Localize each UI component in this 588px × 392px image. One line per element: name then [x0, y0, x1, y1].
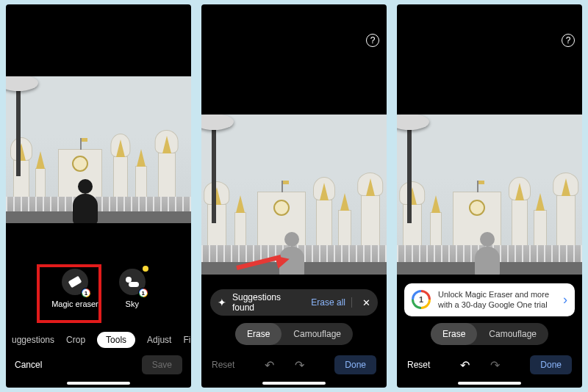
- screen-magic-eraser: ? ✦ Suggestions found Erase all ✕: [201, 4, 387, 388]
- help-icon[interactable]: ?: [366, 34, 379, 47]
- undo-button[interactable]: ↶: [460, 358, 470, 372]
- photo-preview: [6, 76, 191, 223]
- bottom-bar: Reset ↶ ↷ Done: [201, 352, 387, 377]
- tab-adjust[interactable]: Adjust: [147, 335, 171, 345]
- save-button: Save: [142, 355, 182, 374]
- tab-tools[interactable]: Tools: [97, 332, 135, 348]
- home-indicator: [458, 382, 521, 385]
- help-icon[interactable]: ?: [562, 34, 575, 47]
- google-one-icon: 1: [412, 290, 431, 309]
- suggestions-bar: ✦ Suggestions found Erase all ✕: [210, 289, 378, 316]
- unlock-message: Unlock Magic Eraser and more with a 30-d…: [438, 289, 556, 311]
- undo-button[interactable]: ↶: [265, 358, 274, 372]
- done-button[interactable]: Done: [334, 355, 376, 374]
- sparkle-icon: ✦: [218, 297, 226, 308]
- mode-camouflage[interactable]: Camouflage: [477, 323, 548, 345]
- redo-button[interactable]: ↷: [490, 358, 500, 372]
- cancel-button[interactable]: Cancel: [15, 360, 42, 370]
- edit-tabs: uggestions Crop Tools Adjust Filters: [6, 329, 191, 351]
- reset-button[interactable]: Reset: [407, 360, 430, 370]
- screen-unlock-prompt: ? 1 Unlock Magic Eraser and more with a …: [397, 4, 582, 388]
- detected-subject-mask[interactable]: [475, 232, 500, 275]
- dismiss-suggestions-button[interactable]: ✕: [358, 297, 370, 308]
- bottom-bar: Reset ↶ ↷ Done: [397, 352, 582, 377]
- mode-erase[interactable]: Erase: [431, 323, 477, 345]
- mode-segmented-control: Erase Camouflage: [235, 323, 353, 345]
- sky-label: Sky: [126, 300, 139, 308]
- chevron-right-icon: ›: [563, 292, 567, 308]
- home-indicator: [262, 382, 326, 385]
- reset-button[interactable]: Reset: [212, 360, 234, 370]
- google-one-unlock-card[interactable]: 1 Unlock Magic Eraser and more with a 30…: [404, 283, 575, 316]
- tab-crop[interactable]: Crop: [66, 335, 85, 345]
- tab-filters[interactable]: Filters: [183, 335, 191, 345]
- annotation-arrow: [237, 260, 288, 275]
- sky-tool[interactable]: 1 Sky: [119, 269, 146, 308]
- done-button[interactable]: Done: [530, 355, 572, 374]
- mode-camouflage[interactable]: Camouflage: [282, 323, 353, 345]
- tab-suggestions[interactable]: uggestions: [12, 335, 54, 345]
- mode-segmented-control: Erase Camouflage: [431, 323, 548, 345]
- annotation-highlight-box: [37, 264, 101, 323]
- bottom-bar: Cancel Save: [6, 352, 191, 377]
- new-indicator-dot: [143, 266, 148, 272]
- redo-button[interactable]: ↷: [295, 358, 304, 372]
- screen-tools: 1 Magic eraser 1 Sky uggestions Crop Too…: [6, 4, 191, 388]
- erase-all-button[interactable]: Erase all: [311, 297, 352, 308]
- home-indicator: [67, 382, 130, 385]
- google-one-badge: 1: [138, 288, 148, 298]
- suggestions-label: Suggestions found: [232, 292, 305, 313]
- sky-icon: [126, 277, 139, 287]
- person-subject: [73, 179, 98, 223]
- photo-preview[interactable]: [397, 115, 582, 275]
- mode-erase[interactable]: Erase: [235, 323, 282, 345]
- photo-preview[interactable]: [201, 115, 387, 275]
